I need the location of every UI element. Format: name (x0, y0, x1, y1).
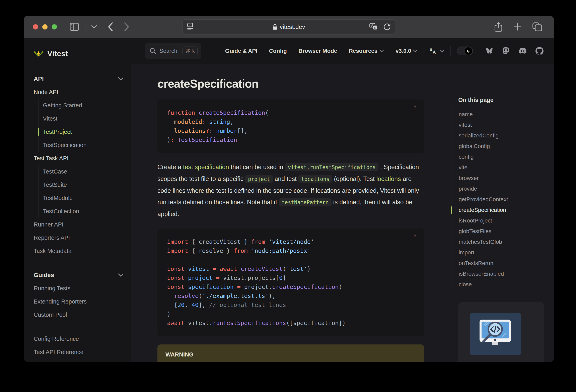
back-button-icon[interactable] (108, 23, 113, 31)
browser-window: vitest.dev A x (24, 16, 554, 362)
share-icon[interactable] (494, 22, 503, 32)
project-inline-code: project (245, 175, 273, 183)
nav-link-browser-mode[interactable]: Browser Mode (298, 48, 337, 54)
vitest-logo[interactable]: Vitest (34, 46, 124, 61)
minimize-window-button[interactable] (42, 24, 48, 30)
sidebar-subgroup: TestCase TestSuite TestModule TestCollec… (38, 165, 124, 218)
site-navbar: Search ⌘ K Guide & API Config Browser Mo… (131, 38, 554, 64)
toc-item-isrootproject[interactable]: isRootProject (451, 215, 545, 226)
toc-item-globtestfiles[interactable]: globTestFiles (451, 226, 545, 237)
tab-overview-icon[interactable] (532, 22, 542, 31)
svg-text:A: A (432, 50, 436, 55)
mastodon-icon[interactable] (502, 47, 510, 55)
new-tab-icon[interactable] (513, 23, 522, 31)
close-window-button[interactable] (33, 24, 38, 30)
nav-link-config[interactable]: Config (269, 48, 287, 54)
sidebar-divider (34, 67, 124, 67)
locations-link[interactable]: locations (376, 175, 401, 182)
theme-toggle[interactable] (457, 47, 473, 55)
github-icon[interactable] (536, 47, 544, 55)
chevron-down-icon (379, 50, 384, 52)
sidebar-item-config-reference[interactable]: Config Reference (34, 332, 124, 345)
search-label: Search (159, 48, 177, 54)
nav-menu-version[interactable]: v3.0.0 (396, 48, 418, 54)
toc-item-vitest[interactable]: vitest (451, 120, 545, 130)
chevron-down-icon (413, 50, 418, 52)
test-specification-link[interactable]: test specification (183, 163, 229, 171)
sidebar-section-guides[interactable]: Guides (34, 269, 124, 282)
language-menu[interactable]: x̄ A (430, 47, 444, 55)
lock-icon (273, 24, 277, 30)
toc-item-createspecification[interactable]: createSpecification (451, 205, 545, 215)
toolbar-divider (85, 23, 86, 31)
nav-link-guide-api[interactable]: Guide & API (225, 48, 258, 54)
runtestspecifications-code-link[interactable]: vitest.runTestSpecifications (285, 163, 378, 171)
toc-item-matchestestglob[interactable]: matchesTestGlob (451, 237, 545, 247)
toc-item-isbrowserenabled[interactable]: isBrowserEnabled (451, 269, 545, 279)
translate-icon: x̄ A (430, 47, 438, 55)
reload-icon[interactable] (383, 23, 391, 31)
code-lang-badge: ts (414, 104, 417, 110)
toc-item-import[interactable]: import (451, 247, 545, 258)
toc-item-serializedconfig[interactable]: serializedConfig (451, 130, 545, 141)
window-controls (33, 24, 57, 30)
sidebar-item-getting-started[interactable]: Getting Started (43, 99, 124, 112)
sidebar-item-runner-api[interactable]: Runner API (34, 218, 124, 231)
nav-menu-resources[interactable]: Resources (349, 48, 384, 54)
bluesky-icon[interactable] (485, 47, 494, 55)
sidebar-item-testcollection[interactable]: TestCollection (43, 205, 124, 218)
page-title: createSpecification (157, 77, 424, 90)
zoom-window-button[interactable] (52, 24, 57, 30)
sidebar-section-api[interactable]: API (34, 72, 124, 86)
sidebar-item-test-api-reference[interactable]: Test API Reference (34, 345, 124, 359)
sidebar-item-node-api[interactable]: Node API (34, 86, 124, 99)
navbar-divider (424, 46, 424, 56)
url-text: vitest.dev (280, 24, 305, 30)
toc-item-browser[interactable]: browser (451, 173, 545, 183)
sidebar-toggle-icon[interactable] (70, 23, 79, 31)
sidebar-item-testcase[interactable]: TestCase (43, 165, 124, 178)
sidebar-item-extending-reporters[interactable]: Extending Reporters (34, 295, 124, 308)
sidebar-item-testmodule[interactable]: TestModule (43, 191, 124, 205)
sidebar-divider (34, 263, 124, 263)
sidebar-subgroup: Getting Started Vitest TestProject TestS… (38, 99, 124, 152)
moon-icon (466, 49, 471, 53)
toc-item-globalconfig[interactable]: globalConfig (451, 141, 545, 151)
testnamepattern-code-link[interactable]: testNamePattern (279, 198, 332, 207)
sidebar-item-testsuite[interactable]: TestSuite (43, 178, 124, 191)
svg-text:x̄: x̄ (430, 48, 432, 52)
toc-item-name[interactable]: name (451, 109, 545, 120)
toc-item-close[interactable]: close (451, 279, 545, 290)
toc-item-provide[interactable]: provide (451, 183, 545, 194)
sidebar-item-vitest[interactable]: Vitest (43, 112, 124, 125)
toc-item-vite[interactable]: vite (451, 162, 545, 173)
toc-item-getprovidedcontext[interactable]: getProvidedContext (451, 194, 545, 205)
vitest-logo-icon (34, 49, 43, 59)
sidebar-item-running-tests[interactable]: Running Tests (34, 282, 124, 295)
toc-item-config[interactable]: config (451, 151, 545, 162)
sidebar-item-custom-pool[interactable]: Custom Pool (34, 308, 124, 321)
sidebar-item-reporters-api[interactable]: Reporters API (34, 231, 124, 244)
sponsor-ad-card[interactable] (458, 302, 544, 362)
toc-item-ontestsrerun[interactable]: onTestsRerun (451, 258, 545, 269)
sidebar-item-testspecification[interactable]: TestSpecification (43, 138, 124, 152)
sidebar-item-task-metadata[interactable]: Task Metadata (34, 244, 124, 258)
sidebar-item-test-task-api[interactable]: Test Task API (34, 152, 124, 165)
sidebar-section-label: API (34, 75, 44, 82)
address-bar[interactable]: vitest.dev A x (182, 19, 395, 34)
reader-view-icon[interactable] (187, 23, 193, 31)
translate-page-icon[interactable]: A x (370, 23, 378, 31)
code-search-illustration (476, 318, 515, 350)
discord-icon[interactable] (518, 47, 527, 55)
code-block-example[interactable]: ts import { createVitest } from 'vitest/… (157, 229, 424, 336)
forward-button-icon[interactable] (124, 23, 129, 31)
browser-titlebar: vitest.dev A x (24, 16, 554, 38)
navbar-divider (479, 46, 479, 56)
description-paragraph: Create a test specification that can be … (157, 161, 424, 220)
search-button[interactable]: Search ⌘ K (145, 43, 201, 59)
sidebar-menu-chevron-icon[interactable] (91, 25, 97, 29)
code-block-signature[interactable]: ts function createSpecification( moduleI… (157, 99, 424, 153)
theme-toggle-knob (465, 47, 472, 55)
chevron-down-icon (118, 77, 123, 80)
sidebar-item-testproject[interactable]: TestProject (43, 125, 124, 138)
